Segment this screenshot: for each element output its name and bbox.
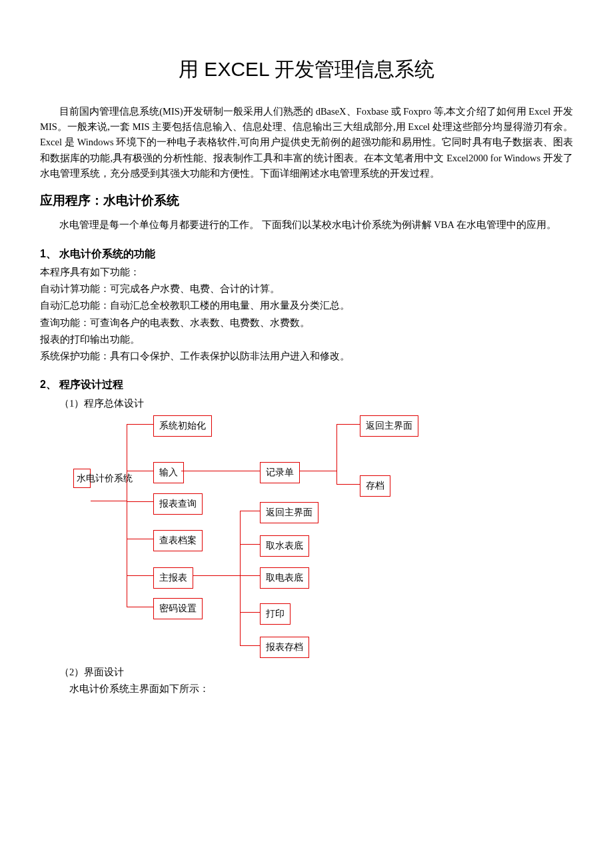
intro-block: 目前国内管理信息系统(MIS)开发研制一般采用人们熟悉的 dBaseX、Foxb… — [40, 104, 573, 181]
section1-heading: 1、 水电计价系统的功能 — [40, 245, 573, 263]
app-heading: 应用程序：水电计价系统 — [40, 191, 573, 211]
node-password: 密码设置 — [153, 598, 203, 619]
node-save: 报表存档 — [260, 637, 309, 658]
s1-line0: 本程序具有如下功能： — [40, 265, 573, 280]
node-query: 报表查询 — [153, 493, 203, 515]
node-init: 系统初始化 — [153, 415, 212, 437]
node-record: 记录单 — [260, 462, 300, 483]
section2-heading: 2、 程序设计过程 — [40, 376, 573, 393]
flow-diagram: 水电计价系统 系统初始化 输入 报表查询 查表档案 主报表 密码设置 记录单 返… — [67, 415, 466, 662]
s1-line5: 系统保护功能：具有口令保护、工作表保护以防非法用户进入和修改。 — [40, 349, 573, 364]
intro-text: 目前国内管理信息系统(MIS)开发研制一般采用人们熟悉的 dBaseX、Foxb… — [40, 104, 573, 181]
s2-line1: （1）程序总体设计 — [40, 396, 573, 411]
s2-line2: （2）界面设计 — [40, 665, 573, 680]
node-main: 主报表 — [153, 567, 193, 589]
s1-line1: 自动计算功能：可完成各户水费、电费、合计的计算。 — [40, 281, 573, 297]
s1-line4: 报表的打印输出功能。 — [40, 332, 573, 347]
node-return2: 返回主界面 — [260, 502, 318, 523]
s2-line3: 水电计价系统主界面如下所示： — [40, 681, 573, 697]
node-water: 取水表底 — [260, 535, 309, 557]
s1-line3: 查询功能：可查询各户的电表数、水表数、电费数、水费数。 — [40, 315, 573, 331]
node-input: 输入 — [153, 462, 184, 483]
node-root: 水电计价系统 — [73, 469, 91, 488]
page-title: 用 EXCEL 开发管理信息系统 — [40, 53, 573, 85]
node-print: 打印 — [260, 603, 291, 625]
s1-line2: 自动汇总功能：自动汇总全校教职工楼的用电量、用水量及分类汇总。 — [40, 298, 573, 313]
node-archive: 查表档案 — [153, 530, 203, 551]
app-intro: 水电管理是每一个单位每月都要进行的工作。 下面我们以某校水电计价系统为例讲解 V… — [40, 217, 573, 233]
node-elec: 取电表底 — [260, 567, 309, 589]
node-save3: 存档 — [360, 475, 390, 497]
node-return3: 返回主界面 — [360, 415, 418, 437]
